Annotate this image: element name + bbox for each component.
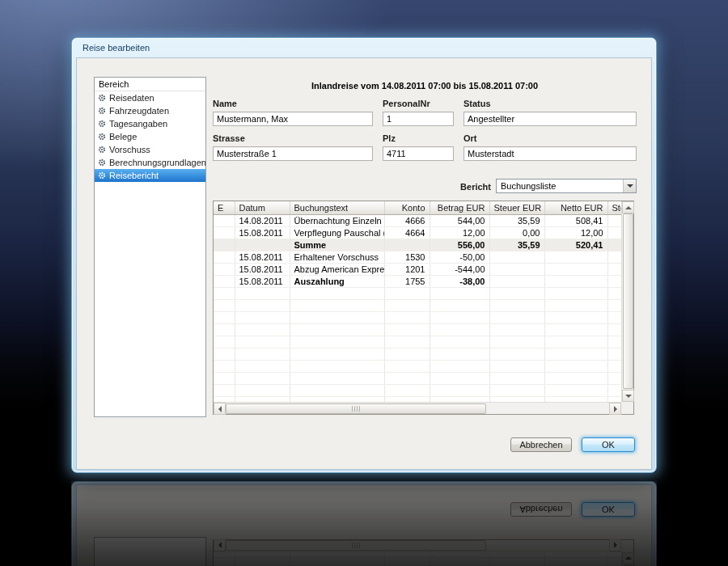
dialog-titlebar[interactable]: Reise bearbeiten xyxy=(73,38,655,57)
cell-text xyxy=(290,372,384,384)
name-field[interactable] xyxy=(213,112,373,126)
cell-steu xyxy=(607,214,621,226)
table-row[interactable]: 15.08.2011Verpflegung Pauschal (I...4664… xyxy=(214,226,621,239)
cell-netto xyxy=(544,251,607,263)
cell-text: Verpflegung Pauschal (I... xyxy=(290,226,384,239)
scroll-down-button[interactable] xyxy=(622,390,634,402)
bericht-select[interactable]: Buchungsliste xyxy=(496,179,637,193)
sidebar-item-fahrzeugdaten[interactable]: Fahrzeugdaten xyxy=(95,104,205,117)
vertical-scrollbar-thumb[interactable] xyxy=(623,213,633,389)
scroll-left-button[interactable] xyxy=(214,403,226,415)
scroll-right-button[interactable] xyxy=(609,403,621,415)
cell-steu xyxy=(607,239,621,251)
sidebar-item-reisedaten[interactable]: Reisedaten xyxy=(95,91,205,104)
column-header-text[interactable]: Buchungstext xyxy=(290,201,384,214)
arrow-up-icon xyxy=(625,206,632,209)
cell-e xyxy=(214,372,235,384)
cell-konto: 4666 xyxy=(384,214,430,226)
table-row[interactable]: 15.08.2011Erhaltener Vorschuss1530-50,00 xyxy=(214,251,621,263)
column-header-steuer[interactable]: Steuer EUR xyxy=(489,201,544,214)
column-header-betrag[interactable]: Betrag EUR xyxy=(430,201,489,214)
column-header-konto[interactable]: Konto xyxy=(384,201,430,214)
vertical-scrollbar[interactable] xyxy=(621,201,633,402)
cell-steuer xyxy=(489,299,544,311)
cell-e xyxy=(214,263,235,275)
cell-konto xyxy=(384,396,430,402)
column-header-datum[interactable]: Datum xyxy=(235,201,290,214)
sidebar-item-belege[interactable]: Belege xyxy=(95,130,205,143)
cell-datum xyxy=(235,348,290,360)
status-field[interactable] xyxy=(463,112,637,126)
gear-icon xyxy=(98,146,106,154)
sidebar-item-vorschuss[interactable]: Vorschuss xyxy=(95,143,205,156)
horizontal-scrollbar-thumb[interactable] xyxy=(226,403,486,414)
cell-text: Erhaltener Vorschuss xyxy=(290,251,384,263)
cell-steu xyxy=(607,251,621,263)
cancel-button[interactable]: Abbrechen xyxy=(510,437,572,452)
sidebar-item-tagesangaben[interactable]: Tagesangaben xyxy=(95,117,205,130)
cell-datum xyxy=(235,360,290,372)
plz-label: Plz xyxy=(383,133,396,143)
cell-steuer xyxy=(489,287,544,299)
cell-steuer xyxy=(489,323,544,336)
cell-steuer xyxy=(489,275,544,287)
column-header-e[interactable]: E xyxy=(214,201,235,214)
cell-steu xyxy=(607,287,621,299)
sidebar-item-label: Reisebericht xyxy=(109,171,159,180)
cell-steu xyxy=(607,263,621,275)
cell-datum xyxy=(235,323,290,336)
cell-e xyxy=(214,287,235,299)
cell-steu xyxy=(607,336,621,348)
column-header-steu[interactable]: Steu xyxy=(607,201,621,214)
cell-e xyxy=(214,214,235,226)
arrow-down-icon xyxy=(625,395,632,398)
cell-datum xyxy=(235,287,290,299)
bereich-header: Bereich xyxy=(95,78,205,91)
strasse-field[interactable] xyxy=(213,146,373,161)
horizontal-scrollbar[interactable] xyxy=(214,402,621,414)
sidebar-item-berechnungsgrundlagen[interactable]: Berechnungsgrundlagen xyxy=(95,156,205,169)
table-row[interactable]: 15.08.2011Auszahlung1755-38,00 xyxy=(214,275,621,287)
bericht-selected-value: Buchungsliste xyxy=(501,181,557,191)
cell-steuer xyxy=(489,251,544,263)
table-row[interactable]: 14.08.2011Übernachtung Einzeln (I...4666… xyxy=(214,214,621,226)
cell-e xyxy=(214,336,235,348)
table-row-empty xyxy=(214,396,621,402)
cell-datum xyxy=(235,336,290,348)
cell-datum: 15.08.2011 xyxy=(235,275,290,287)
sidebar-item-reisebericht[interactable]: Reisebericht xyxy=(95,169,205,182)
column-header-netto[interactable]: Netto EUR xyxy=(544,201,607,214)
cell-netto xyxy=(544,372,607,384)
cell-netto xyxy=(544,311,607,323)
cell-e xyxy=(214,323,235,336)
table-row[interactable]: Summe556,0035,59520,41 xyxy=(214,239,621,251)
cell-steu xyxy=(607,396,621,402)
bereich-items: ReisedatenFahrzeugdatenTagesangabenBeleg… xyxy=(95,91,205,182)
cell-steuer: 35,59 xyxy=(489,214,544,226)
cell-steuer xyxy=(489,360,544,372)
ok-button[interactable]: OK xyxy=(582,437,635,452)
ort-field[interactable] xyxy=(463,146,637,161)
gear-icon xyxy=(98,171,106,180)
combo-dropdown-button[interactable] xyxy=(623,180,636,192)
scroll-up-button[interactable] xyxy=(622,201,634,213)
table-row[interactable]: 15.08.2011Abzug American Express1201-544… xyxy=(214,263,621,275)
cell-konto xyxy=(384,311,430,323)
personalnr-label: PersonalNr xyxy=(383,99,430,108)
cell-betrag xyxy=(430,384,489,396)
cell-e xyxy=(214,384,235,396)
cell-netto: 520,41 xyxy=(544,239,607,251)
cell-e xyxy=(214,360,235,372)
cell-konto xyxy=(384,287,430,299)
plz-field[interactable] xyxy=(383,146,454,161)
cell-netto xyxy=(544,336,607,348)
cell-steuer xyxy=(489,348,544,360)
personalnr-field[interactable] xyxy=(383,112,454,126)
cell-netto xyxy=(544,263,607,275)
table-row-empty xyxy=(214,348,621,360)
cell-steu xyxy=(607,384,621,396)
table-row-empty xyxy=(214,384,621,396)
dialog-reise-bearbeiten: Reise bearbeiten Bereich ReisedatenFahrz… xyxy=(71,37,657,473)
cell-steuer: 35,59 xyxy=(489,239,544,251)
cell-betrag: 556,00 xyxy=(430,239,489,251)
